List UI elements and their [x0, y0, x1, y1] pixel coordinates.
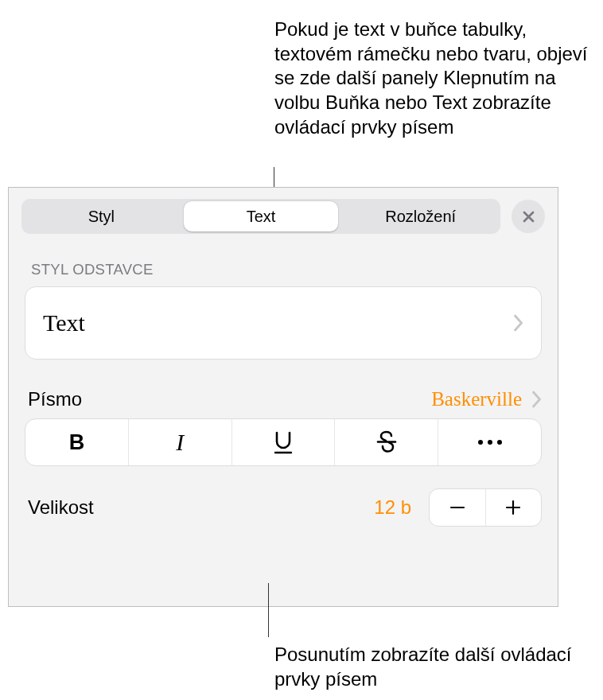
font-value-group: Baskerville [431, 388, 542, 410]
svg-point-4 [497, 440, 502, 445]
bold-icon: B [69, 430, 85, 455]
text-style-bar: B I [25, 418, 542, 466]
size-decrease-button[interactable] [430, 489, 485, 526]
strikethrough-icon [375, 430, 398, 454]
strikethrough-button[interactable] [335, 419, 438, 465]
tab-layout[interactable]: Rozložení [343, 201, 498, 231]
tab-bar: Styl Text Rozložení [9, 188, 558, 242]
tab-text[interactable]: Text [184, 201, 339, 231]
svg-point-3 [488, 440, 492, 445]
chevron-right-icon [513, 314, 523, 332]
more-icon [477, 438, 504, 446]
italic-button[interactable]: I [129, 419, 232, 465]
tab-style[interactable]: Styl [24, 201, 179, 231]
svg-point-2 [478, 440, 483, 445]
more-styles-button[interactable] [438, 419, 541, 465]
font-row[interactable]: Písmo Baskerville [28, 388, 542, 410]
close-button[interactable] [512, 200, 545, 233]
paragraph-style-selector[interactable]: Text [25, 286, 542, 360]
callout-top: Pokud je text v buňce tabulky, textovém … [274, 18, 589, 140]
paragraph-style-name: Text [43, 309, 85, 336]
tab-segmented-control: Styl Text Rozložení [21, 199, 500, 234]
size-increase-button[interactable] [485, 489, 542, 526]
underline-button[interactable] [232, 419, 336, 465]
minus-icon [449, 499, 466, 516]
font-label: Písmo [28, 388, 82, 410]
callout-bottom: Posunutím zobrazíte další ovládací prvky… [274, 643, 589, 691]
close-icon [521, 209, 536, 224]
underline-icon [272, 430, 294, 454]
plus-icon [504, 499, 522, 516]
format-panel: Styl Text Rozložení STYL ODSTAVCE Text P… [8, 187, 558, 607]
italic-icon: I [176, 429, 184, 456]
size-value: 12 b [374, 496, 411, 519]
bold-button[interactable]: B [25, 419, 129, 465]
callout-leader-bottom [268, 583, 269, 637]
section-title: STYL ODSTAVCE [9, 242, 558, 286]
chevron-right-icon [531, 391, 542, 408]
size-row: Velikost 12 b [28, 488, 542, 527]
font-value: Baskerville [431, 388, 522, 410]
size-stepper [429, 488, 542, 527]
size-label: Velikost [28, 496, 361, 519]
